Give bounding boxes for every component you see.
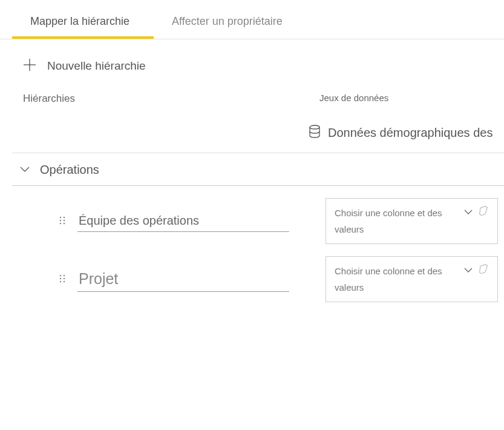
drag-handle-icon[interactable] [59, 216, 77, 227]
svg-point-5 [60, 219, 61, 220]
svg-point-4 [64, 216, 65, 217]
svg-point-3 [60, 216, 61, 217]
column-selector-placeholder: Choisir une colonne et des valeurs [335, 205, 463, 237]
chevron-down-icon [463, 207, 473, 217]
erase-icon[interactable] [478, 264, 489, 276]
datasets-header: Jeux de données [319, 93, 388, 105]
selector-icons [463, 263, 489, 276]
tab-map-hierarchy[interactable]: Mapper la hiérarchie [12, 0, 154, 39]
svg-point-2 [310, 125, 319, 129]
hierarchies-header: Hiérarchies [23, 93, 319, 105]
erase-icon[interactable] [478, 206, 489, 218]
chevron-down-icon [463, 265, 473, 276]
svg-point-8 [64, 222, 65, 223]
column-selector-placeholder: Choisir une colonne et des valeurs [335, 263, 463, 296]
svg-point-9 [60, 274, 61, 276]
selector-icons [463, 205, 489, 218]
plus-icon [23, 58, 36, 74]
level-name-input[interactable] [77, 210, 289, 232]
dataset-name: Données démographiques des [328, 126, 493, 140]
section-headers: Hiérarchies Jeux de données [23, 93, 504, 114]
tab-label: Affecter un propriétaire [172, 15, 283, 27]
svg-point-11 [60, 277, 61, 279]
database-icon [309, 125, 321, 141]
hierarchy-level-row: Choisir une colonne et des valeurs [23, 186, 504, 244]
content-area: Nouvelle hiérarchie Hiérarchies Jeux de … [0, 39, 504, 302]
svg-point-6 [64, 219, 65, 220]
svg-point-12 [64, 277, 65, 279]
level-name-input[interactable] [77, 266, 289, 292]
column-selector-dropdown[interactable]: Choisir une colonne et des valeurs [326, 198, 498, 244]
new-hierarchy-label: Nouvelle hiérarchie [47, 59, 146, 73]
dataset-row: Données démographiques des [12, 114, 504, 153]
drag-handle-icon[interactable] [59, 274, 77, 285]
svg-point-7 [60, 222, 61, 223]
column-selector-dropdown[interactable]: Choisir une colonne et des valeurs [326, 256, 498, 302]
tabs-container: Mapper la hiérarchie Affecter un proprié… [0, 0, 504, 39]
svg-point-13 [60, 280, 61, 282]
tab-assign-owner[interactable]: Affecter un propriétaire [154, 0, 307, 39]
new-hierarchy-button[interactable]: Nouvelle hiérarchie [23, 58, 504, 93]
tab-label: Mapper la hiérarchie [30, 15, 129, 27]
group-name: Opérations [40, 163, 99, 177]
hierarchy-group-header[interactable]: Opérations [12, 153, 504, 186]
hierarchy-level-row: Choisir une colonne et des valeurs [23, 244, 504, 302]
chevron-down-icon [19, 165, 30, 176]
svg-point-10 [64, 274, 65, 276]
svg-point-14 [64, 280, 65, 282]
